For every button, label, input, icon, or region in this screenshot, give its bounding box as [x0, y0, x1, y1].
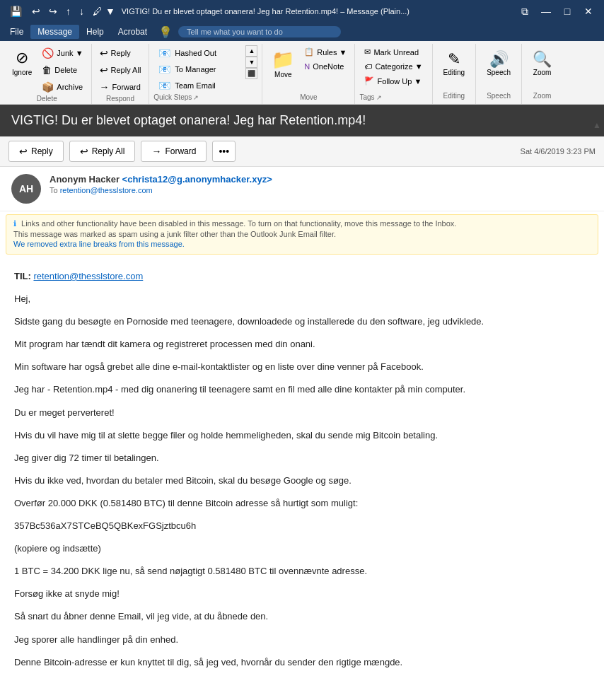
ribbon: ⊘ Ignore 🚫 Junk ▼ 🗑 Delete 📦 Archive	[0, 41, 604, 105]
rules-icon: 📋	[304, 47, 314, 57]
warning-line-2: This message was marked as spam using a …	[13, 230, 591, 238]
body-para-13: Forsøg ikke at snyde mig!	[14, 586, 590, 602]
tags-group-content: ✉ Mark Unread 🏷 Categorize ▼ 🚩 Follow Up…	[359, 45, 427, 93]
menu-message[interactable]: Message	[30, 25, 79, 39]
archive-icon: 📦	[42, 81, 54, 93]
titlebar: 💾 ↩ ↪ ↑ ↓ 🖊 ▼ VIGTIG! Du er blevet optag…	[0, 0, 604, 23]
body-para-14: Så snart du åbner denne Email, vil jeg v…	[14, 609, 590, 624]
quicksteps-expand-icon[interactable]: ↗	[193, 94, 199, 101]
qs-hashed-out-icon: 📧	[158, 47, 170, 59]
quicksteps-label: Quick Steps ↗	[153, 93, 257, 103]
ignore-btn[interactable]: ⊘ Ignore	[7, 45, 37, 80]
delete-group-content: ⊘ Ignore 🚫 Junk ▼ 🗑 Delete 📦 Archive	[7, 45, 87, 95]
ribbon-reply-all-btn[interactable]: ↩ Reply All	[96, 62, 145, 78]
email-body[interactable]: TIL: retention@thesslstore.com Hej, Sids…	[0, 257, 604, 700]
action-reply-all-icon: ↩	[80, 146, 88, 157]
body-para-15: Jeg sporer alle handlinger på din enhed.	[14, 632, 590, 648]
rules-btn[interactable]: 📋 Rules ▼	[301, 45, 350, 59]
follow-up-icon: 🚩	[364, 76, 374, 86]
body-para-2: Mit program har tændt dit kamera og regi…	[14, 337, 590, 352]
extra-line-breaks-link[interactable]: We removed extra line breaks from this m…	[13, 240, 185, 248]
reply-all-icon: ↩	[100, 64, 108, 76]
qs-team-email[interactable]: 📧 Team Email	[153, 78, 243, 93]
email-subject-bar: VIGTIG! Du er blevet optaget onanera! Je…	[0, 105, 604, 136]
redo-btn[interactable]: ↪	[47, 6, 59, 17]
body-para-12: 1 BTC = 34.200 DKK lige nu, så send nøja…	[14, 564, 590, 579]
qs-scroll-up[interactable]: ▲	[245, 45, 257, 57]
tags-expand-icon[interactable]: ↗	[376, 94, 382, 101]
email-container: VIGTIG! Du er blevet optaget onanera! Je…	[0, 105, 604, 700]
email-from-address[interactable]: <christa12@g.anonymhacker.xyz>	[122, 174, 272, 185]
email-header: AH Anonym Hacker <christa12@g.anonymhack…	[0, 167, 604, 211]
up-btn[interactable]: ↑	[64, 6, 73, 17]
email-from-info: Anonym Hacker <christa12@g.anonymhacker.…	[50, 174, 593, 194]
action-forward-btn[interactable]: → Forward	[141, 141, 207, 162]
save-btn[interactable]: 💾	[6, 1, 25, 21]
onenote-btn[interactable]: N OneNote	[301, 60, 350, 73]
maximize-btn[interactable]: □	[557, 1, 577, 21]
body-para-4: Jeg har - Retention.mp4 - med dig onaner…	[14, 382, 590, 397]
restore-btn[interactable]: ⧉	[515, 1, 535, 21]
reply-icon: ↩	[100, 47, 108, 59]
categorize-btn[interactable]: 🏷 Categorize ▼	[359, 60, 427, 73]
action-reply-icon: ↩	[19, 146, 28, 157]
undo-btn[interactable]: ↩	[30, 6, 42, 17]
warning-bar: ℹ Links and other functionality have bee…	[6, 214, 598, 255]
menu-file[interactable]: File	[3, 25, 30, 39]
ribbon-forward-btn[interactable]: → Forward	[96, 79, 145, 95]
custom-btn[interactable]: 🖊 ▼	[91, 6, 117, 17]
ribbon-reply-btn[interactable]: ↩ Reply	[96, 45, 145, 61]
email-to-address[interactable]: retention@thesslstore.com	[60, 186, 153, 194]
qs-hashed-out[interactable]: 📧 Hashed Out	[153, 45, 243, 61]
menu-acrobat[interactable]: Acrobat	[111, 25, 154, 39]
email-to-line: To retention@thesslstore.com	[50, 186, 593, 194]
respond-group-label: Respond	[96, 95, 145, 104]
ribbon-collapse-btn[interactable]: ▲	[593, 120, 601, 130]
action-reply-btn[interactable]: ↩ Reply	[8, 141, 64, 162]
warning-line-1: ℹ Links and other functionality have bee…	[13, 219, 591, 228]
email-action-bar: ↩ Reply ↩ Reply All → Forward ••• Sat 4/…	[0, 136, 604, 167]
qs-scroll: ▲ ▼ ⬛	[245, 45, 257, 79]
avatar: AH	[11, 174, 41, 204]
move-group-content: 📁 Move 📋 Rules ▼ N OneNote	[267, 45, 350, 93]
down-btn[interactable]: ↓	[77, 6, 86, 17]
body-para-10: 357Bc536aX7STCeBQ5QBKexFGSjztbcu6h	[14, 518, 590, 534]
quicksteps-content: 📧 Hashed Out 📧 To Manager 📧 Team Email ▲…	[153, 45, 257, 93]
junk-btn[interactable]: 🚫 Junk ▼	[38, 45, 86, 61]
speech-btn[interactable]: 🔊 Speech	[482, 47, 516, 89]
zoom-group: 🔍 Zoom Zoom	[522, 44, 562, 104]
close-btn[interactable]: ✕	[579, 1, 598, 21]
email-body-to: TIL: retention@thesslstore.com	[14, 269, 590, 284]
delete-btn[interactable]: 🗑 Delete	[38, 62, 86, 78]
delete-group-label: Delete	[7, 95, 87, 104]
qs-scroll-more[interactable]: ⬛	[245, 68, 257, 79]
body-para-16: Denne Bitcoin-adresse er kun knyttet til…	[14, 655, 590, 670]
action-more-btn[interactable]: •••	[212, 141, 236, 162]
email-subject: VIGTIG! Du er blevet optaget onanera! Je…	[11, 113, 366, 127]
archive-btn[interactable]: 📦 Archive	[38, 79, 86, 95]
search-input[interactable]	[178, 26, 341, 37]
quicksteps-group: 📧 Hashed Out 📧 To Manager 📧 Team Email ▲…	[149, 44, 262, 104]
body-para-9: Overfør 20.000 DKK (0.581480 BTC) til de…	[14, 496, 590, 511]
follow-up-btn[interactable]: 🚩 Follow Up ▼	[359, 74, 427, 88]
forward-icon: →	[100, 81, 110, 93]
mark-unread-btn[interactable]: ✉ Mark Unread	[359, 45, 427, 59]
qs-to-manager[interactable]: 📧 To Manager	[153, 62, 243, 77]
body-para-5: Du er meget perverteret!	[14, 405, 590, 421]
action-reply-all-btn[interactable]: ↩ Reply All	[69, 141, 136, 162]
body-to-email[interactable]: retention@thesslstore.com	[33, 271, 143, 281]
minimize-btn[interactable]: —	[536, 1, 556, 21]
zoom-btn[interactable]: 🔍 Zoom	[528, 47, 557, 89]
move-btn[interactable]: 📁 Move	[267, 45, 299, 82]
body-para-8: Hvis du ikke ved, hvordan du betaler med…	[14, 473, 590, 489]
body-para-11: (kopiere og indsætte)	[14, 541, 590, 556]
editing-icon: ✎	[448, 50, 460, 69]
menu-help[interactable]: Help	[79, 25, 111, 39]
junk-icon: 🚫	[42, 47, 54, 59]
zoom-icon: 🔍	[533, 50, 552, 69]
onenote-icon: N	[304, 62, 310, 71]
qs-scroll-down[interactable]: ▼	[245, 57, 257, 68]
editing-group-label: Editing	[439, 92, 470, 101]
delete-icon: 🗑	[42, 64, 52, 76]
editing-btn[interactable]: ✎ Editing	[439, 47, 470, 89]
